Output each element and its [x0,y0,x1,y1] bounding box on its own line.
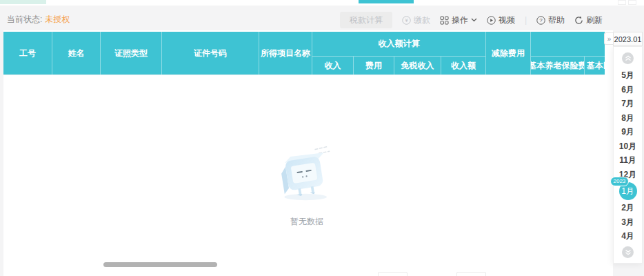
current-period-value: 2023.01 [614,35,642,43]
tax-calc-button[interactable]: 税款计算 [340,12,392,28]
status-label: 当前状态: [7,14,42,24]
svg-text:¥: ¥ [405,17,408,23]
month-item-8[interactable]: 8月 [614,111,642,126]
toolbar: 税款计算 ¥ 缴款 操作 视频 | ? 帮助 [340,11,603,29]
question-help-icon: ? [536,16,545,25]
svg-text:?: ? [539,17,543,23]
grid-icon [440,16,449,25]
empty-state-text: 暂无数据 [248,216,366,228]
col-income-item: 所得项目名称 [259,32,312,75]
col-name: 姓名 [52,32,101,75]
col-cert-type: 证照类型 [101,32,162,75]
month-item-7[interactable]: 7月 [614,97,642,111]
no-data-illustration [262,144,352,202]
table-header: 工号 姓名 证照类型 证件号码 所得项目名称 收入额计算 收入 费用 免税收入 … [3,32,605,75]
chevron-down-icon [471,18,477,22]
col-medical-clipped: 基本医疗保险费 [585,57,605,75]
play-video-icon [487,16,496,25]
empty-state: 暂无数据 [248,144,366,228]
month-item-5[interactable]: 5月 [614,68,642,83]
col-income-amount: 收入额 [441,57,486,75]
status-value: 未授权 [45,14,70,24]
col-group-income-calc: 收入额计算 收入 费用 免税收入 收入额 [312,32,486,75]
pay-button[interactable]: ¥ 缴款 [402,14,430,26]
top-strip-box-1 [618,0,626,5]
month-sidebar: 5月 6月 7月 8月 9月 10月 11月 12月 1月 2023 2月 3月… [613,46,643,264]
refresh-button[interactable]: 刷新 [574,14,603,26]
group-income-calc-title: 收入额计算 [312,32,486,57]
col-pension: 基本养老保险费 [531,57,585,75]
col-emp-no: 工号 [3,32,52,75]
content-panel: 工号 姓名 证照类型 证件号码 所得项目名称 收入额计算 收入 费用 免税收入 … [3,30,613,276]
top-strip [0,0,644,6]
collapse-panel-tab[interactable]: » [604,32,614,45]
month-item-1-selected[interactable]: 1月 2023 [619,182,637,200]
year-badge: 2023 [610,177,630,186]
chevron-down-double-icon [625,249,632,255]
help-button[interactable]: ? 帮助 [536,14,565,26]
month-item-2[interactable]: 2月 [614,201,642,215]
table-header-underline [3,75,605,75]
col-cert-no: 证件号码 [162,32,259,75]
month-list: 5月 6月 7月 8月 9月 10月 11月 12月 1月 2023 2月 3月… [614,68,642,244]
chevron-up-double-icon [625,55,632,61]
help-label: 帮助 [548,14,565,26]
month-item-9[interactable]: 9月 [614,125,642,139]
col-fee: 费用 [354,57,394,75]
group-insurance-title [531,32,605,57]
month-item-3[interactable]: 3月 [614,215,642,230]
current-period: 2023.01 [613,32,643,46]
refresh-icon [574,16,583,25]
actions-label: 操作 [452,14,468,26]
col-group-insurance: 基本养老保险费 基本医疗保险费 [531,32,605,75]
chevron-right-double-icon: » [607,35,612,43]
scroll-down-button[interactable] [622,246,634,258]
clipped-button-right[interactable] [456,272,486,276]
video-button[interactable]: 视频 [487,14,515,26]
month-item-6[interactable]: 6月 [614,83,642,97]
selected-month-label: 1月 [621,186,634,196]
pay-label: 缴款 [414,14,430,26]
pay-yuan-icon: ¥ [402,16,411,25]
toolbar-separator: | [525,15,527,25]
month-item-4[interactable]: 4月 [614,229,642,244]
top-strip-box-2 [628,0,636,5]
top-strip-active-tab-segment [359,0,414,3]
col-deduction: 减除费用 [486,32,531,75]
current-status: 当前状态:未授权 [7,14,70,26]
video-label: 视频 [499,14,515,26]
col-income: 收入 [312,57,354,75]
month-item-11[interactable]: 11月 [614,153,642,168]
actions-dropdown[interactable]: 操作 [440,14,477,26]
horizontal-scrollbar-thumb[interactable] [103,262,217,267]
col-tax-free-income: 免税收入 [394,57,441,75]
scroll-up-button[interactable] [622,52,634,64]
month-item-10[interactable]: 10月 [614,139,642,154]
refresh-label: 刷新 [586,14,603,26]
clipped-button-left[interactable] [378,272,407,276]
top-strip-mint-segment [0,0,46,4]
